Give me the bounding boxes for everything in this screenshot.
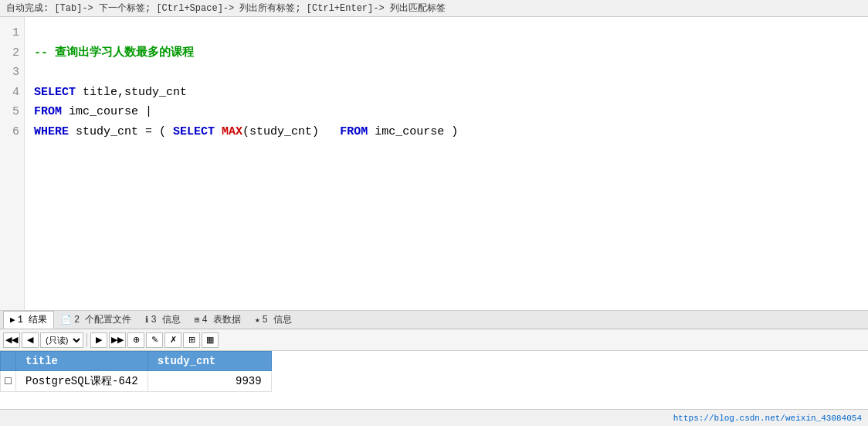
results-toolbar: ◀◀ ◀ (只读) ▶ ▶▶ ⊕ ✎ ✗ ⊞ ▦ (0, 329, 868, 351)
header-title: title (16, 352, 148, 371)
line-4: FROM imc_course (34, 105, 152, 118)
header-checkbox-col (1, 352, 16, 371)
grid-btn[interactable]: ⊞ (183, 332, 200, 348)
line-3: SELECT title,study_cnt (34, 86, 187, 99)
tab-configs[interactable]: 📄 2 个配置文件 (54, 311, 138, 329)
configs-icon: 📄 (61, 315, 72, 325)
cell-title: PostgreSQL课程-642 (16, 371, 148, 392)
readonly-select[interactable]: (只读) (40, 332, 83, 348)
header-study-cnt: study_cnt (147, 352, 271, 371)
tabledata-icon: ⊞ (195, 315, 200, 325)
status-bar: https://blog.csdn.net/weixin_43084054 (0, 409, 868, 426)
code-editor[interactable]: 1 2 3 4 5 6 -- 查询出学习人数最多的课程 SELECT title… (0, 17, 868, 311)
tab-results[interactable]: ▶ 1 结果 (3, 311, 54, 329)
sep-1 (86, 333, 87, 347)
add-btn[interactable]: ⊕ (127, 332, 144, 348)
next-btn[interactable]: ▶ (90, 332, 107, 348)
tab-tabledata[interactable]: ⊞ 4 表数据 (188, 311, 248, 329)
tab-configs-label: 2 个配置文件 (74, 313, 131, 326)
tabs-bar: ▶ 1 结果 📄 2 个配置文件 ℹ 3 信息 ⊞ 4 表数据 ★ 5 信息 (0, 311, 868, 329)
results-icon: ▶ (10, 315, 15, 325)
first-btn[interactable]: ◀◀ (3, 332, 20, 348)
tab-results-label: 1 结果 (18, 313, 47, 326)
tab-info5-label: 5 信息 (263, 313, 292, 326)
code-content[interactable]: -- 查询出学习人数最多的课程 SELECT title,study_cnt F… (25, 17, 868, 310)
row-checkbox[interactable]: □ (1, 371, 16, 392)
line-5: WHERE study_cnt = ( SELECT MAX(study_cnt… (34, 125, 458, 138)
tab-info5[interactable]: ★ 5 信息 (248, 311, 299, 329)
info3-icon: ℹ (145, 315, 148, 325)
tab-info3-label: 3 信息 (151, 313, 180, 326)
prev-btn[interactable]: ◀ (22, 332, 39, 348)
cell-study-cnt: 9939 (147, 371, 271, 392)
tab-tabledata-label: 4 表数据 (202, 313, 240, 326)
export-btn[interactable]: ▦ (202, 332, 219, 348)
info5-icon: ★ (255, 315, 260, 325)
delete-btn[interactable]: ✗ (164, 332, 181, 348)
last-btn[interactable]: ▶▶ (109, 332, 126, 348)
table-row: □ PostgreSQL课程-642 9939 (1, 371, 272, 392)
tab-info3[interactable]: ℹ 3 信息 (138, 311, 187, 329)
hint-bar: 自动完成: [Tab]-> 下一个标签; [Ctrl+Space]-> 列出所有… (0, 0, 868, 17)
edit-btn[interactable]: ✎ (146, 332, 163, 348)
line-numbers: 1 2 3 4 5 6 (0, 17, 25, 310)
results-table: title study_cnt □ PostgreSQL课程-642 9939 (0, 351, 272, 392)
hint-text: 自动完成: [Tab]-> 下一个标签; [Ctrl+Space]-> 列出所有… (6, 3, 446, 14)
line-1-comment: -- 查询出学习人数最多的课程 (34, 46, 194, 60)
url-text: https://blog.csdn.net/weixin_43084054 (673, 414, 862, 423)
